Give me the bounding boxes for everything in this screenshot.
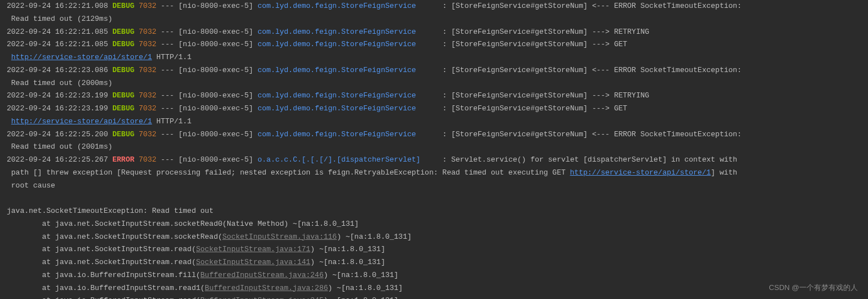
- timestamp: 2022-09-24 16:22:23.086: [7, 66, 112, 74]
- log-entry: 2022-09-24 16:22:25.200 DEBUG 7032 --- […: [7, 128, 861, 141]
- log-entry: 2022-09-24 16:22:21.008 DEBUG 7032 --- […: [7, 0, 861, 13]
- separator: ---: [156, 130, 178, 139]
- stack-frame: at java.io.BufferedInputStream.read1(Buf…: [7, 282, 861, 295]
- logger: com.lyd.demo.feign.StoreFeignService: [258, 130, 434, 139]
- log-level: DEBUG: [112, 104, 134, 113]
- stack-frame: at java.net.SocketInputStream.read(Socke…: [7, 256, 861, 269]
- log-entry-continuation: http://service-store/api/store/1 HTTP/1.…: [7, 115, 861, 128]
- log-entry: 2022-09-24 16:22:23.086 DEBUG 7032 --- […: [7, 64, 861, 77]
- separator: ---: [156, 2, 178, 10]
- thread: [nio-8000-exec-5]: [178, 28, 257, 36]
- timestamp: 2022-09-24 16:22:21.085: [7, 28, 112, 36]
- message: : [StoreFeignService#getStoreNum] <--- E…: [434, 66, 742, 74]
- timestamp: 2022-09-24 16:22:23.199: [7, 104, 112, 113]
- source-link[interactable]: BufferedInputStream.java:286: [205, 284, 328, 292]
- thread: [nio-8000-exec-5]: [178, 130, 257, 139]
- stack-frame: at java.net.SocketInputStream.read(Socke…: [7, 243, 861, 256]
- log-level: ERROR: [112, 155, 134, 164]
- log-entry-continuation: path [] threw exception [Request process…: [7, 167, 861, 180]
- log-entry-continuation: http://service-store/api/store/1 HTTP/1.…: [7, 51, 861, 64]
- timestamp: 2022-09-24 16:22:25.267: [7, 155, 112, 164]
- url-link[interactable]: http://service-store/api/store/1: [570, 168, 711, 177]
- thread: [nio-8000-exec-5]: [178, 40, 257, 48]
- logger: com.lyd.demo.feign.StoreFeignService: [258, 2, 434, 10]
- logger: o.a.c.c.C.[.[.[/].[dispatcherServlet]: [258, 155, 434, 164]
- message: : [StoreFeignService#getStoreNum] ---> R…: [434, 28, 649, 36]
- exception-header: java.net.SocketTimeoutException: Read ti…: [7, 205, 861, 218]
- pid: 7032: [139, 91, 156, 100]
- thread: [nio-8000-exec-5]: [178, 91, 257, 100]
- stack-frame: at java.net.SocketInputStream.socketRead…: [7, 218, 861, 231]
- separator: ---: [156, 104, 178, 113]
- message: : [StoreFeignService#getStoreNum] ---> R…: [434, 91, 649, 100]
- message: : Servlet.service() for servlet [dispatc…: [434, 155, 737, 164]
- pid: 7032: [139, 155, 156, 164]
- log-entry-continuation: Read timed out (2000ms): [7, 77, 861, 90]
- thread: [nio-8000-exec-5]: [178, 104, 257, 113]
- log-level: DEBUG: [112, 40, 134, 48]
- log-level: DEBUG: [112, 2, 134, 10]
- source-link[interactable]: BufferedInputStream.java:345: [200, 296, 323, 299]
- thread: [nio-8000-exec-5]: [178, 66, 257, 74]
- log-entry: 2022-09-24 16:22:23.199 DEBUG 7032 --- […: [7, 102, 861, 115]
- separator: ---: [156, 66, 178, 74]
- log-entry: 2022-09-24 16:22:21.085 DEBUG 7032 --- […: [7, 26, 861, 39]
- pid: 7032: [139, 66, 156, 74]
- logger: com.lyd.demo.feign.StoreFeignService: [258, 66, 434, 74]
- log-level: DEBUG: [112, 130, 134, 139]
- separator: ---: [156, 91, 178, 100]
- separator: ---: [156, 40, 178, 48]
- log-level: DEBUG: [112, 28, 134, 36]
- stack-frame: at java.io.BufferedInputStream.fill(Buff…: [7, 269, 861, 282]
- timestamp: 2022-09-24 16:22:25.200: [7, 130, 112, 139]
- blank-line: [7, 192, 861, 205]
- message: : [StoreFeignService#getStoreNum] ---> G…: [434, 104, 627, 113]
- url-link[interactable]: http://service-store/api/store/1: [11, 53, 152, 61]
- logger: com.lyd.demo.feign.StoreFeignService: [258, 104, 434, 113]
- pid: 7032: [139, 130, 156, 139]
- source-link[interactable]: SocketInputStream.java:141: [196, 258, 310, 266]
- pid: 7032: [139, 2, 156, 10]
- log-entry: 2022-09-24 16:22:23.199 DEBUG 7032 --- […: [7, 90, 861, 102]
- log-level: DEBUG: [112, 91, 134, 100]
- timestamp: 2022-09-24 16:22:23.199: [7, 91, 112, 100]
- log-console[interactable]: 2022-09-24 16:22:21.008 DEBUG 7032 --- […: [0, 0, 868, 299]
- thread: [nio-8000-exec-5]: [178, 155, 257, 164]
- url-link[interactable]: http://service-store/api/store/1: [11, 117, 152, 126]
- source-link[interactable]: SocketInputStream.java:116: [222, 233, 337, 241]
- logger: com.lyd.demo.feign.StoreFeignService: [258, 40, 434, 48]
- separator: ---: [156, 155, 178, 164]
- log-entry-continuation: Read timed out (2001ms): [7, 141, 861, 154]
- pid: 7032: [139, 104, 156, 113]
- source-link[interactable]: BufferedInputStream.java:246: [200, 271, 323, 279]
- message: : [StoreFeignService#getStoreNum] <--- E…: [434, 130, 742, 139]
- stack-frame: at java.io.BufferedInputStream.read(Buff…: [7, 294, 861, 299]
- thread: [nio-8000-exec-5]: [178, 2, 257, 10]
- log-entry-continuation: root cause: [7, 180, 861, 193]
- log-entry: 2022-09-24 16:22:21.085 DEBUG 7032 --- […: [7, 38, 861, 51]
- pid: 7032: [139, 28, 156, 36]
- separator: ---: [156, 28, 178, 36]
- logger: com.lyd.demo.feign.StoreFeignService: [258, 28, 434, 36]
- message: : [StoreFeignService#getStoreNum] <--- E…: [434, 2, 742, 10]
- timestamp: 2022-09-24 16:22:21.008: [7, 2, 112, 10]
- log-level: DEBUG: [112, 66, 134, 74]
- log-entry-continuation: Read timed out (2129ms): [7, 13, 861, 26]
- stack-frame: at java.net.SocketInputStream.socketRead…: [7, 231, 861, 244]
- logger: com.lyd.demo.feign.StoreFeignService: [258, 91, 434, 100]
- log-entry: 2022-09-24 16:22:25.267 ERROR 7032 --- […: [7, 154, 861, 167]
- pid: 7032: [139, 40, 156, 48]
- message: : [StoreFeignService#getStoreNum] ---> G…: [434, 40, 627, 48]
- timestamp: 2022-09-24 16:22:21.085: [7, 40, 112, 48]
- source-link[interactable]: SocketInputStream.java:171: [196, 245, 310, 253]
